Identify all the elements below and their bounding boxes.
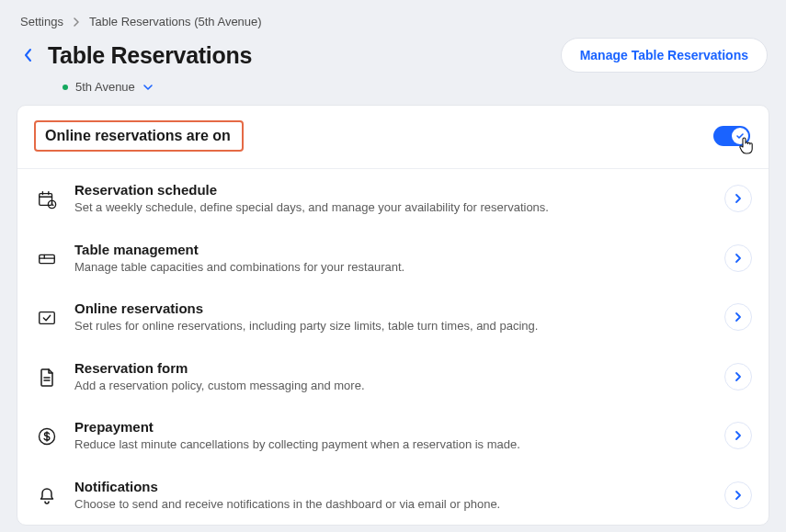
row-reservation-schedule[interactable]: Reservation schedule Set a weekly schedu… [17,169,769,229]
settings-card: Online reservations are on [17,105,769,526]
page-title: Table Reservations [48,42,252,69]
row-desc: Set rules for online reservations, inclu… [74,318,710,334]
chevron-right-icon [73,17,80,27]
chevron-right-icon [724,481,752,509]
bell-icon [34,484,60,506]
online-reservations-status-label: Online reservations are on [45,128,231,143]
row-table-management[interactable]: Table management Manage table capacities… [17,229,769,289]
svg-rect-5 [40,255,55,263]
row-reservation-form[interactable]: Reservation form Add a reservation polic… [17,347,769,407]
breadcrumb-current: Table Reservations (5th Avenue) [89,15,262,28]
location-name: 5th Avenue [75,80,135,94]
document-icon [34,366,60,388]
breadcrumb-root[interactable]: Settings [20,15,63,28]
row-desc: Add a reservation policy, custom messagi… [74,378,710,394]
row-title: Reservation schedule [74,182,710,198]
svg-rect-0 [40,194,52,206]
calendar-clock-icon [34,187,60,209]
toggle-knob [732,128,748,144]
chevron-right-icon [724,244,752,272]
dollar-icon [34,424,60,447]
online-reservations-status-highlight: Online reservations are on [34,120,244,152]
row-title: Table management [74,242,710,257]
row-title: Reservation form [74,360,710,376]
row-title: Prepayment [74,419,710,435]
manage-table-reservations-button[interactable]: Manage Table Reservations [561,38,768,73]
row-desc: Reduce last minute cancellations by coll… [74,436,710,453]
row-title: Notifications [74,479,710,494]
checkbox-icon [34,308,60,326]
row-notifications[interactable]: Notifications Choose to send and receive… [17,466,769,526]
breadcrumb: Settings Table Reservations (5th Avenue) [17,13,769,38]
svg-rect-8 [40,312,55,324]
chevron-down-icon [142,84,154,91]
row-prepayment[interactable]: Prepayment Reduce last minute cancellati… [17,406,769,466]
table-icon [34,249,60,267]
chevron-right-icon [724,422,752,449]
chevron-right-icon [724,303,752,331]
online-reservations-toggle[interactable] [713,126,750,146]
row-desc: Choose to send and receive notifications… [74,496,710,513]
back-button[interactable] [18,45,39,65]
chevron-right-icon [724,363,752,391]
row-title: Online reservations [74,300,710,316]
row-online-reservations[interactable]: Online reservations Set rules for online… [17,288,769,347]
row-desc: Set a weekly schedule, define special da… [74,199,710,216]
location-selector[interactable]: 5th Avenue [17,78,769,105]
status-dot-icon [63,85,68,90]
chevron-right-icon [724,185,752,212]
row-desc: Manage table capacities and combinations… [74,259,710,276]
